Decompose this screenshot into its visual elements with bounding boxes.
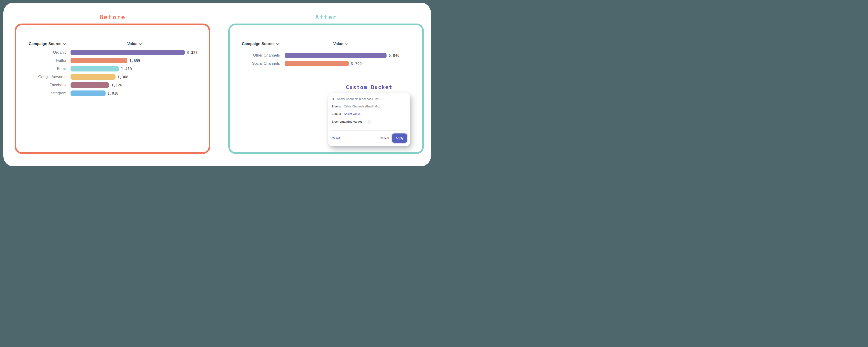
reset-button[interactable]: Reset (332, 136, 340, 140)
before-dimension-header-label: Campaign Source (29, 41, 61, 46)
row-label: Google Adwords (17, 75, 66, 79)
bar-value-label: 1,308 (118, 75, 128, 79)
value-bar[interactable] (70, 74, 116, 80)
value-bar[interactable] (70, 58, 127, 63)
value-bar[interactable] (285, 61, 349, 66)
table-row: Twitter1,655 (17, 57, 197, 65)
custom-bucket-title: Custom Bucket (328, 84, 410, 90)
bucket-rule-operator: Else remaining values (332, 120, 363, 123)
table-row: Social Channels3,799 (229, 59, 399, 68)
bar-value-label: 3,328 (187, 51, 197, 55)
after-measure-header[interactable]: Value (327, 41, 354, 46)
row-label: Instagram (17, 91, 66, 95)
table-row: Instagram1,018 (17, 89, 197, 97)
row-label: Email (17, 66, 66, 71)
bucket-rule-row: Else IsSelect value... (332, 112, 406, 116)
bucket-rule-value[interactable]: Social Channels (Facebook, Inst... (337, 97, 382, 101)
value-bar[interactable] (285, 53, 386, 58)
table-row: Google Adwords1,308 (17, 73, 197, 81)
chevron-down-icon (139, 41, 142, 46)
info-icon[interactable]: i (368, 120, 371, 124)
bucket-rule-operator: Else Is (332, 112, 341, 116)
row-label: Facebook (17, 83, 66, 87)
after-table-rows: Other Channels6,046Social Channels3,799 (229, 51, 399, 68)
bar-value-label: 1,410 (121, 67, 132, 71)
bucket-rule-value[interactable]: Other Channels (Email, Go... (344, 105, 381, 108)
bucket-rule-operator: Else Is (332, 105, 341, 108)
bucket-rules-list: IsSocial Channels (Facebook, Inst...Else… (328, 93, 410, 127)
row-label: Social Channels (229, 61, 280, 66)
value-bar[interactable] (70, 90, 105, 96)
before-table-rows: Organic3,328Twitter1,655Email1,410Google… (17, 49, 197, 97)
after-dimension-header[interactable]: Campaign Source (242, 41, 279, 46)
bucket-rule-operator: Is (332, 97, 334, 101)
chevron-down-icon (276, 41, 279, 46)
dialog-footer: Reset Cancel Apply (332, 133, 407, 143)
custom-bucket-dialog: IsSocial Channels (Facebook, Inst...Else… (328, 93, 410, 146)
screenshot-root: Before Campaign Source Value Organic3,32… (0, 0, 434, 173)
bar-value-label: 3,799 (351, 61, 362, 66)
after-measure-header-label: Value (333, 41, 343, 46)
table-row: Other Channels6,046 (229, 51, 399, 59)
before-title: Before (15, 13, 210, 21)
chevron-down-icon (345, 41, 348, 46)
select-value-link[interactable]: Select value... (344, 112, 362, 116)
apply-button[interactable]: Apply (392, 134, 407, 143)
bucket-rule-row: Else remaining valuesi (332, 120, 406, 124)
bar-value-label: 6,046 (389, 53, 399, 58)
row-label: Organic (17, 50, 66, 55)
content-card: Before Campaign Source Value Organic3,32… (3, 3, 431, 166)
bar-value-label: 1,126 (111, 83, 122, 87)
row-label: Other Channels (229, 53, 280, 58)
value-bar[interactable] (70, 50, 185, 55)
bucket-rule-row: IsSocial Channels (Facebook, Inst... (332, 97, 406, 101)
table-row: Facebook1,126 (17, 81, 197, 89)
after-title: After (228, 13, 424, 21)
bar-value-label: 1,018 (107, 91, 119, 95)
table-row: Organic3,328 (17, 49, 197, 57)
after-dimension-header-label: Campaign Source (242, 41, 275, 46)
row-label: Twitter (17, 58, 66, 63)
before-dimension-header[interactable]: Campaign Source (29, 41, 66, 46)
before-measure-header-label: Value (127, 41, 137, 46)
value-bar[interactable] (70, 66, 119, 71)
value-bar[interactable] (70, 82, 109, 88)
chevron-down-icon (63, 41, 66, 46)
bucket-rule-row: Else IsOther Channels (Email, Go... (332, 105, 406, 108)
dialog-divider (331, 130, 407, 131)
table-row: Email1,410 (17, 65, 197, 73)
cancel-button[interactable]: Cancel (379, 136, 389, 140)
bar-value-label: 1,655 (129, 59, 140, 63)
before-measure-header[interactable]: Value (121, 41, 148, 46)
